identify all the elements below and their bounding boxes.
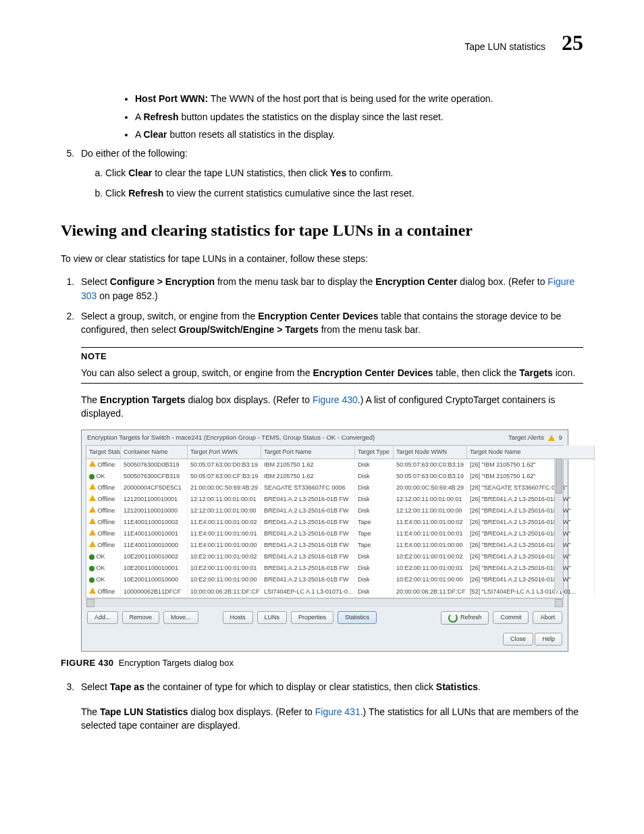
move-button[interactable]: Move... [163, 611, 198, 624]
note-rule-bottom [81, 383, 583, 384]
status-warning-icon [89, 588, 96, 594]
status-warning-icon [89, 506, 96, 513]
scroll-left-icon[interactable] [86, 599, 95, 607]
status-warning-icon [89, 461, 96, 467]
step-2: Select a group, switch, or engine from t… [77, 309, 583, 337]
bullet-bold: Host Port WWN: [135, 93, 208, 104]
col-target-type[interactable]: Target Type [355, 446, 394, 459]
figure-link-430[interactable]: Figure 430 [313, 394, 358, 405]
target-alerts-badge[interactable]: Target Alerts 9 [508, 433, 562, 442]
table-row[interactable]: Offline11E400110001000211:E4:00:11:00:01… [86, 517, 595, 528]
status-warning-icon [89, 529, 96, 536]
table-row[interactable]: Offline121200110001000012:12:00:11:00:01… [86, 505, 595, 517]
dialog-footer: Close Help [82, 629, 568, 651]
targets-table-wrap: Target Status Container Name Target Port… [86, 445, 564, 598]
refresh-icon [448, 613, 458, 623]
bullet-list: Host Port WWN: The WWN of the host port … [101, 92, 583, 141]
refresh-button[interactable]: Refresh [441, 611, 489, 625]
chapter-number: 25 [562, 27, 583, 58]
warning-icon [548, 435, 555, 441]
step-list-5: Do either of the following: Click Clear … [61, 147, 583, 200]
status-warning-icon [89, 541, 96, 547]
col-target-node-name[interactable]: Target Node Name [467, 446, 595, 459]
remove-button[interactable]: Remove [122, 611, 160, 624]
step-5: Do either of the following: Click Clear … [77, 147, 583, 200]
after-step3-text: The Tape LUN Statistics dialog box displ… [81, 705, 583, 733]
bullet-item: Host Port WWN: The WWN of the host port … [135, 92, 583, 105]
header-title: Tape LUN statistics [464, 40, 545, 53]
table-row[interactable]: OK10E200110001000110:E2:00:11:00:01:00:0… [86, 563, 595, 574]
table-header-row: Target Status Container Name Target Port… [86, 446, 595, 459]
col-container-name[interactable]: Container Name [121, 446, 188, 459]
table-row[interactable]: Offline11E400110001000111:E4:00:11:00:01… [86, 528, 595, 540]
note-body: You can also select a group, switch, or … [81, 366, 583, 380]
dialog-titlebar: Encryption Targets for Switch - mace241 … [82, 430, 568, 445]
dialog-button-row: Add... Remove Move... Hosts LUNs Propert… [82, 607, 568, 629]
properties-button[interactable]: Properties [291, 611, 333, 624]
scroll-right-icon[interactable] [555, 599, 563, 607]
table-row[interactable]: Offline5005076300D0B31950:05:07:63:00:D0… [86, 459, 595, 471]
status-ok-icon [89, 566, 95, 571]
table-row[interactable]: OK10E200110001000210:E2:00:11:00:01:00:0… [86, 551, 595, 563]
bullet-item: A Clear button resets all statistics in … [135, 128, 583, 141]
substep-b: Click Refresh to view the current statis… [105, 186, 583, 200]
table-row[interactable]: Offline121200110001000112:12:00:11:00:01… [86, 494, 595, 505]
substep-a: Click Clear to clear the tape LUN statis… [105, 166, 583, 180]
dialog-title: Encryption Targets for Switch - mace241 … [87, 433, 375, 442]
section-intro: To view or clear statistics for tape LUN… [61, 252, 583, 265]
status-warning-icon [89, 495, 96, 501]
commit-button[interactable]: Commit [493, 611, 529, 624]
step-3: Select Tape as the container of type for… [77, 680, 583, 694]
table-row[interactable]: OK10E200110001000010:E2:00:11:00:01:00:0… [86, 574, 595, 585]
procedure-steps: Select Configure > Encryption from the m… [61, 275, 583, 336]
statistics-button[interactable]: Statistics [338, 611, 377, 624]
page-header: Tape LUN statistics 25 [61, 27, 583, 58]
note-block: NOTE You can also select a group, switch… [81, 347, 583, 383]
table-row[interactable]: OK5005076300CFB31950:05:07:63:00:CF:B3:1… [86, 471, 595, 482]
help-button[interactable]: Help [535, 633, 562, 646]
hosts-button[interactable]: Hosts [223, 611, 253, 624]
col-target-status[interactable]: Target Status [86, 446, 121, 459]
col-target-port-wwn[interactable]: Target Port WWN [188, 446, 261, 459]
note-rule-top [81, 347, 583, 348]
substeps: Click Clear to clear the tape LUN statis… [81, 166, 583, 201]
table-row[interactable]: Offline20000004CF5DE5C121:00:00:0C:50:69… [86, 482, 595, 494]
col-target-port-name[interactable]: Target Port Name [261, 446, 355, 459]
bullet-item: A Refresh button updates the statistics … [135, 110, 583, 124]
status-ok-icon [89, 474, 95, 479]
horizontal-scrollbar[interactable] [86, 598, 564, 607]
procedure-steps-cont: Select Tape as the container of type for… [61, 680, 583, 694]
encryption-targets-dialog: Encryption Targets for Switch - mace241 … [81, 429, 568, 651]
figure-caption: FIGURE 430 Encryption Targets dialog box [61, 657, 583, 670]
status-warning-icon [89, 518, 96, 524]
step-1: Select Configure > Encryption from the m… [77, 275, 583, 303]
targets-table: Target Status Container Name Target Port… [86, 446, 595, 598]
status-ok-icon [89, 554, 95, 560]
luns-button[interactable]: LUNs [257, 611, 288, 624]
after-note-text: The Encryption Targets dialog box displa… [81, 393, 583, 421]
table-row[interactable]: Offline100000062B11DFCF10:00:00:06:2B:11… [86, 586, 595, 598]
status-ok-icon [89, 577, 95, 583]
add-button[interactable]: Add... [87, 611, 118, 624]
col-target-node-wwn[interactable]: Target Node WWN [394, 446, 467, 459]
status-warning-icon [89, 484, 96, 490]
section-heading: Viewing and clearing statistics for tape… [61, 219, 583, 242]
close-button[interactable]: Close [503, 633, 533, 646]
note-title: NOTE [81, 350, 583, 363]
figure-link-431[interactable]: Figure 431 [315, 706, 360, 717]
table-row[interactable]: Offline11E400110001000011:E4:00:11:00:01… [86, 540, 595, 551]
abort-button[interactable]: Abort [533, 611, 562, 624]
vertical-scrollbar[interactable] [554, 458, 563, 591]
